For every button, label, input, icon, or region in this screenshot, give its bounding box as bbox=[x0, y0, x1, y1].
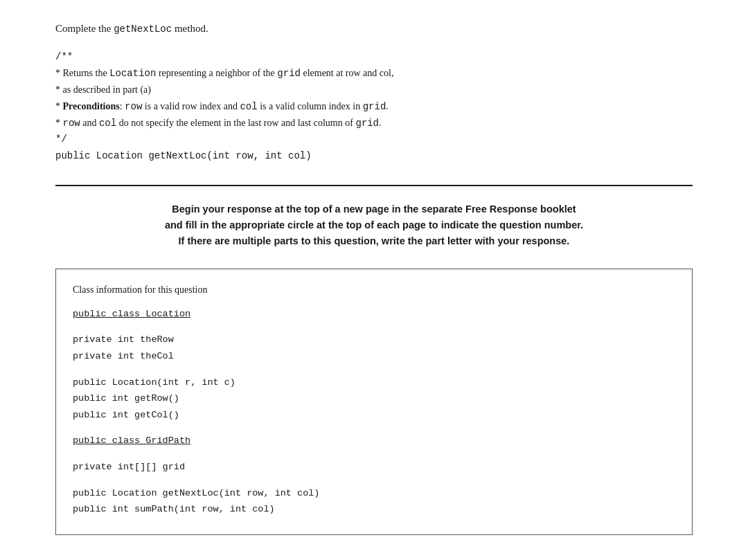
instruction-method: getNextLoc bbox=[114, 24, 172, 35]
location-field-col: private int theCol bbox=[73, 348, 675, 365]
response-instruction: Begin your response at the top of a new … bbox=[55, 201, 693, 250]
location-constructor: public Location(int r, int c) bbox=[73, 374, 675, 391]
javadoc-close: */ bbox=[55, 132, 693, 147]
javadoc-line2: * as described in part (a) bbox=[55, 82, 693, 98]
location-methods-section: public Location(int r, int c) public int… bbox=[73, 374, 675, 424]
instruction-suffix: method. bbox=[172, 23, 208, 34]
javadoc-open: /** bbox=[55, 49, 693, 65]
location-class-header-section: public class Location bbox=[73, 306, 675, 323]
gridpath-getnextloc: public Location getNextLoc(int row, int … bbox=[73, 485, 675, 502]
location-getcol: public int getCol() bbox=[73, 407, 675, 424]
instruction-prefix: Complete the bbox=[55, 23, 114, 34]
javadoc-line1: * Returns the Location representing a ne… bbox=[55, 65, 693, 82]
location-field-row: private int theRow bbox=[73, 332, 675, 348]
section-divider bbox=[55, 185, 693, 186]
gridpath-methods-section: public Location getNextLoc(int row, int … bbox=[73, 485, 675, 518]
javadoc-line4: * row and col do not specify the element… bbox=[55, 115, 693, 132]
location-class-header: public class Location bbox=[73, 309, 190, 319]
class-info-box: Class information for this question publ… bbox=[55, 269, 693, 535]
page-content: Complete the getNextLoc method. /** * Re… bbox=[55, 21, 693, 535]
instruction-text: Complete the getNextLoc method. bbox=[55, 21, 693, 37]
gridpath-field-section: private int[][] grid bbox=[73, 459, 675, 476]
javadoc-line3: * Preconditions: row is a valid row inde… bbox=[55, 98, 693, 115]
javadoc-block: /** * Returns the Location representing … bbox=[55, 49, 693, 164]
javadoc-signature: public Location getNextLoc(int row, int … bbox=[55, 148, 693, 164]
response-line3: If there are multiple parts to this ques… bbox=[55, 233, 693, 249]
gridpath-field: private int[][] grid bbox=[73, 459, 675, 476]
location-getrow: public int getRow() bbox=[73, 390, 675, 407]
gridpath-sumpath: public int sumPath(int row, int col) bbox=[73, 501, 675, 518]
response-line1: Begin your response at the top of a new … bbox=[55, 201, 693, 217]
gridpath-class-header-section: public class GridPath bbox=[73, 433, 675, 449]
response-line2: and fill in the appropriate circle at th… bbox=[55, 217, 693, 233]
gridpath-class-header: public class GridPath bbox=[73, 435, 190, 446]
location-fields-section: private int theRow private int theCol bbox=[73, 332, 675, 364]
class-info-label: Class information for this question bbox=[73, 282, 675, 299]
